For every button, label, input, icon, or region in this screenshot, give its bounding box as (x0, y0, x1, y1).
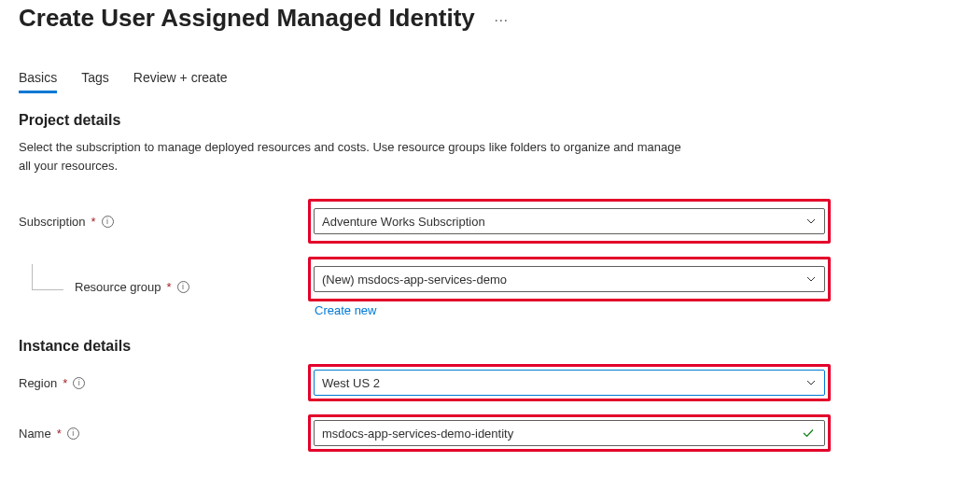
project-details-heading: Project details (19, 112, 961, 129)
subscription-dropdown[interactable]: Adventure Works Subscription (314, 208, 825, 234)
name-label-text: Name (19, 427, 51, 441)
instance-details-heading: Instance details (19, 338, 961, 355)
resource-group-dropdown[interactable]: (New) msdocs-app-services-demo (314, 266, 825, 292)
subscription-label: Subscription * i (19, 215, 308, 229)
tab-strip: Basics Tags Review + create (19, 70, 961, 93)
info-icon[interactable]: i (102, 216, 114, 228)
required-indicator: * (63, 376, 67, 390)
tab-tags[interactable]: Tags (81, 70, 109, 93)
region-label-text: Region (19, 376, 57, 390)
name-row: Name * i msdocs-app-services-demo-identi… (19, 414, 961, 452)
region-dropdown[interactable]: West US 2 (314, 370, 825, 396)
subscription-value: Adventure Works Subscription (322, 215, 485, 229)
resource-group-label-text: Resource group (75, 280, 161, 294)
resource-group-label: Resource group * i (75, 280, 308, 294)
subscription-label-text: Subscription (19, 215, 86, 229)
project-details-description: Select the subscription to manage deploy… (19, 138, 691, 175)
name-input[interactable]: msdocs-app-services-demo-identity (314, 420, 825, 446)
checkmark-icon (802, 427, 815, 440)
subscription-row: Subscription * i Adventure Works Subscri… (19, 199, 961, 244)
subscription-highlight: Adventure Works Subscription (308, 199, 831, 244)
info-icon[interactable]: i (67, 427, 79, 440)
name-label: Name * i (19, 427, 308, 441)
chevron-down-icon (805, 377, 817, 388)
tab-basics[interactable]: Basics (19, 70, 57, 93)
required-indicator: * (57, 427, 62, 441)
info-icon[interactable]: i (73, 377, 85, 389)
resource-group-row: Resource group * i (New) msdocs-app-serv… (19, 257, 961, 317)
tree-connector-icon (32, 264, 63, 290)
required-indicator: * (91, 215, 96, 229)
name-value: msdocs-app-services-demo-identity (322, 427, 513, 441)
chevron-down-icon (805, 216, 817, 227)
region-value: West US 2 (322, 376, 380, 390)
more-icon[interactable]: … (494, 8, 510, 29)
region-label: Region * i (19, 376, 308, 390)
resource-group-highlight: (New) msdocs-app-services-demo (308, 257, 831, 301)
name-highlight: msdocs-app-services-demo-identity (308, 414, 831, 452)
chevron-down-icon (805, 273, 817, 285)
create-new-link[interactable]: Create new (315, 303, 831, 317)
required-indicator: * (167, 280, 172, 294)
page-title: Create User Assigned Managed Identity (19, 4, 475, 33)
region-highlight: West US 2 (308, 364, 831, 401)
resource-group-value: (New) msdocs-app-services-demo (322, 273, 507, 287)
region-row: Region * i West US 2 (19, 364, 961, 401)
tab-review-create[interactable]: Review + create (133, 70, 228, 93)
info-icon[interactable]: i (177, 281, 189, 293)
